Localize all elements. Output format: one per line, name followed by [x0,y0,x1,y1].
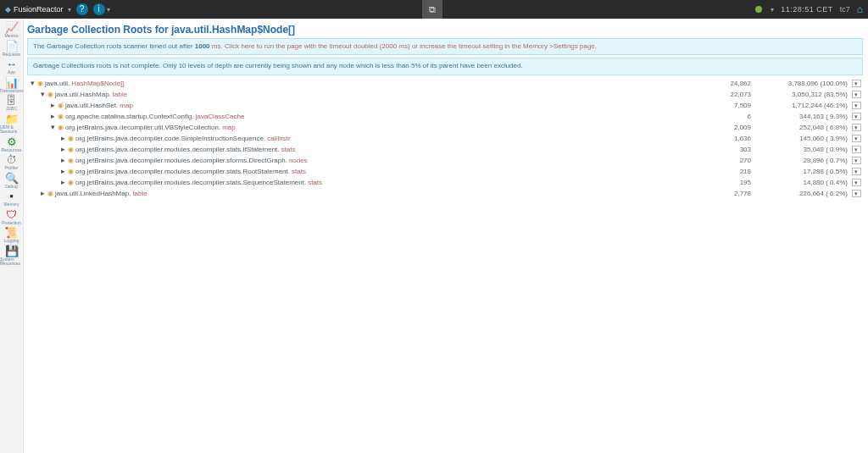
share-button[interactable]: ⧉ [422,0,442,19]
tree-bullet-icon: ◉ [68,179,74,186]
sidebar-item-label: Profiler [5,166,19,171]
status-indicator-icon[interactable] [755,6,762,13]
package-path: java.util.HashSet. [65,102,118,109]
instance-count: 1,636 [705,135,756,142]
tree-row[interactable]: ▾◉java.util.HashMap.table22,0733,050,312… [27,89,863,100]
tree-row-label: ▾◉java.util.HashMap.table [27,90,705,98]
filter-button[interactable]: ▾ [852,102,861,109]
tree-row[interactable]: ▸◉org.jetBrains.java.decompiler.modules.… [27,166,863,177]
tree-row-label: ▾◉org.jetBrains.java.decompiler.util.VBS… [27,123,705,131]
class-name: nodes [289,157,308,164]
package-path: org.jetBrains.java.decompiler.modules.de… [75,157,287,164]
tree-row[interactable]: ▸◉java.util.HashSet.map7,5091,712,244 (4… [27,100,863,111]
tree-toggle-icon[interactable]: ▸ [49,101,56,109]
chevron-down-icon[interactable]: ▾ [107,6,110,14]
tree-row[interactable]: ▸◉java.util.LinkedHashMap.table2,778226,… [27,188,863,199]
tree-row-label: ▸◉org.apache.catalina.startup.ContextCon… [27,112,705,120]
retained-size: 145,060 ( 3.9%) [756,135,849,142]
filter-cell: ▾ [849,135,863,142]
sidebar-item-app[interactable]: ↔App [6,58,17,75]
instance-count: 22,073 [705,91,756,98]
class-name: stats [292,168,306,175]
tree-row[interactable]: ▸◉org.jetBrains.java.decompiler.modules.… [27,144,863,155]
retained-size: 3,050,312 (83.5%) [756,91,849,98]
server-name[interactable]: tc7 [840,5,850,14]
chevron-down-icon[interactable]: ▾ [771,6,774,14]
gc-roots-tree: ▾◉java.util.HashMap$Node[]24,8623,788,09… [27,78,863,199]
sidebar-item-transactions[interactable]: 📊Transactions [0,77,24,94]
filter-button[interactable]: ▾ [852,91,861,98]
filter-button[interactable]: ▾ [852,80,861,87]
profiler-icon: ⏱ [6,154,17,165]
help-icon[interactable]: ? [76,3,88,15]
tree-toggle-icon[interactable]: ▸ [59,178,66,186]
sidebar-item-debug[interactable]: 🔍Debug [5,173,19,190]
filter-button[interactable]: ▾ [852,190,861,197]
tree-bullet-icon: ◉ [68,168,74,175]
sidebar-item-logging[interactable]: 📜Logging [4,227,19,244]
instance-count: 303 [705,146,756,153]
filter-button[interactable]: ▾ [852,179,861,186]
tree-toggle-icon[interactable]: ▸ [49,112,56,120]
sidebar-item-label: App [8,70,15,75]
tree-toggle-icon[interactable]: ▾ [39,90,46,98]
filter-button[interactable]: ▾ [852,146,861,153]
tree-row[interactable]: ▸◉org.jetBrains.java.decompiler.modules.… [27,155,863,166]
filter-button[interactable]: ▾ [852,113,861,120]
sidebar-item-protection[interactable]: 🛡Protection [2,209,21,226]
brand[interactable]: ◆ FusionReactor ▾ [5,5,71,14]
sidebar: 📈Metrics📄Requests↔App📊Transactions🗄JDBC📁… [0,19,24,453]
chevron-down-icon[interactable]: ▾ [68,6,71,14]
instance-count: 2,009 [705,124,756,131]
instance-count: 7,509 [705,102,756,109]
sidebar-item-uem-sessions[interactable]: 📁UEM & Sessions [0,113,23,135]
tree-bullet-icon: ◉ [68,146,74,153]
filter-button[interactable]: ▾ [852,157,861,164]
sidebar-item-requests[interactable]: 📄Requests [3,41,20,58]
retained-size: 35,048 ( 0.9%) [756,146,849,153]
tree-row[interactable]: ▾◉java.util.HashMap$Node[]24,8623,788,09… [27,78,863,89]
tree-row-label: ▸◉java.util.HashSet.map [27,101,705,109]
timeout-link[interactable]: ms. Click here to run the page with the … [210,42,597,50]
logging-icon: 📜 [4,227,18,238]
tree-toggle-icon[interactable]: ▸ [59,134,66,142]
info-icon[interactable]: i [93,3,105,15]
tree-row[interactable]: ▸◉org.jetBrains.java.decompiler.code.Sim… [27,133,863,144]
sidebar-item-metrics[interactable]: 📈Metrics [4,22,18,39]
sidebar-item-jdbc[interactable]: 🗄JDBC [6,95,17,112]
tree-row[interactable]: ▸◉org.jetBrains.java.decompiler.modules.… [27,177,863,188]
sidebar-item-resources[interactable]: ⚙Resources [2,136,22,153]
filter-cell: ▾ [849,146,863,153]
requests-icon: 📄 [5,41,19,52]
filter-button[interactable]: ▾ [852,168,861,175]
tree-toggle-icon[interactable]: ▸ [59,167,66,175]
tree-toggle-icon[interactable]: ▾ [49,123,56,131]
tree-toggle-icon[interactable]: ▸ [59,156,66,164]
tree-row[interactable]: ▸◉org.apache.catalina.startup.ContextCon… [27,111,863,122]
filter-button[interactable]: ▾ [852,135,861,142]
sidebar-item-profiler[interactable]: ⏱Profiler [5,154,19,171]
tree-bullet-icon: ◉ [58,124,64,131]
package-path: org.jetBrains.java.decompiler.modules.de… [75,168,290,175]
info-text: The Garbage Collection roots scanner tim… [33,42,195,50]
filter-button[interactable]: ▾ [852,124,861,131]
filter-cell: ▾ [849,179,863,186]
resources-icon: ⚙ [7,136,17,147]
debug-icon: 🔍 [5,173,19,184]
tree-toggle-icon[interactable]: ▸ [39,189,46,197]
package-path: java.util.LinkedHashMap. [55,190,131,197]
system-resources-icon: 💾 [5,246,19,257]
sidebar-item-system-resources[interactable]: 💾System Resources [0,246,23,267]
retained-size: 226,664 ( 6.2%) [756,190,849,197]
tree-row[interactable]: ▾◉org.jetBrains.java.decompiler.util.VBS… [27,122,863,133]
tree-toggle-icon[interactable]: ▸ [59,145,66,153]
brand-name: FusionReactor [14,5,64,14]
timeout-info-box: The Garbage Collection roots scanner tim… [27,38,863,55]
protection-icon: 🛡 [6,209,17,220]
tree-toggle-icon[interactable]: ▾ [29,79,36,87]
home-icon[interactable]: ⌂ [857,3,863,15]
tree-bullet-icon: ◉ [68,135,74,142]
sidebar-item-memory[interactable]: ▪Memory [3,191,19,207]
filter-cell: ▾ [849,80,863,87]
tree-row-label: ▸◉org.jetBrains.java.decompiler.code.Sim… [27,134,705,142]
